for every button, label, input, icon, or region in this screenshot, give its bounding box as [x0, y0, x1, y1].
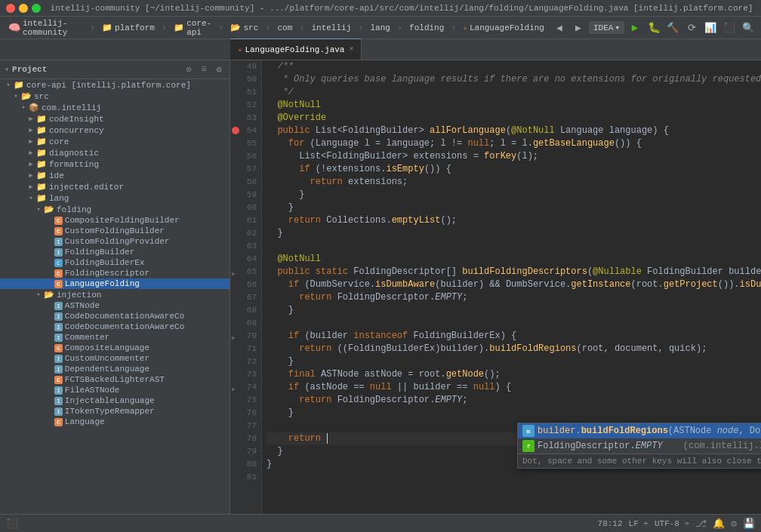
sidebar-item-language[interactable]: C Language	[0, 417, 230, 427]
tree-arrow-ide: ▶	[26, 171, 36, 180]
sidebar-item-composite-lang[interactable]: C CompositeLanguage	[0, 343, 230, 353]
folder-icon-ci: 📁	[36, 114, 47, 124]
autocomplete-popup[interactable]: m builder.buildFoldRegions(ASTNode node,…	[517, 423, 761, 469]
nav-lang[interactable]: lang	[366, 22, 393, 34]
git-status-icon[interactable]: ⎇	[695, 518, 707, 530]
sidebar-item-injection[interactable]: ▾ 📂 injection	[0, 289, 230, 300]
tree-arrow-fmt: ▶	[26, 160, 36, 168]
sidebar-item-folding-builder-ex[interactable]: C FoldingBuilderEx	[0, 257, 230, 268]
sidebar-item-injectable-lang[interactable]: I InjectableLanguage	[0, 395, 230, 406]
settings-status-icon[interactable]: ⚙	[731, 518, 737, 530]
sidebar-item-astnode[interactable]: I ASTNode	[0, 300, 230, 311]
src-icon-tree: 📂	[21, 91, 32, 101]
minimize-button[interactable]	[19, 4, 28, 13]
sidebar-item-ide[interactable]: ▶ 📁 ide	[0, 170, 230, 181]
search-everywhere-button[interactable]: 🔍	[740, 20, 756, 36]
nav-project[interactable]: 🧠 intellij-community	[5, 17, 87, 38]
tab-close-button[interactable]: ×	[349, 45, 353, 54]
tab-languagefolding[interactable]: ☕ LanguageFolding.java ×	[230, 38, 362, 60]
sidebar-item-custom-uncommenter[interactable]: I CustomUncommenter	[0, 353, 230, 364]
nav-core-api[interactable]: 📁 core-api	[170, 17, 215, 38]
notification-status-icon[interactable]: 🔔	[713, 518, 725, 530]
interface-icon-cu: I	[54, 355, 63, 363]
sidebar-item-custom-folding-builder[interactable]: C CustomFoldingBuilder	[0, 226, 230, 236]
build-button[interactable]: 🔨	[664, 20, 681, 36]
autocomplete-item-2[interactable]: f FoldingDescriptor.EMPTY (com.intellij.…	[518, 438, 761, 454]
sidebar-item-codeinsight[interactable]: ▶ 📁 codeInsight	[0, 113, 230, 125]
sidebar-item-commenter[interactable]: I Commenter	[0, 332, 230, 343]
nav-lang-label: lang	[370, 23, 390, 32]
code-area[interactable]: 49 50 51 52 53 54 55 56 57 58 59 60 61 6…	[230, 60, 761, 514]
nav-src-label: src	[243, 23, 258, 32]
nav-sep-5: ›	[299, 23, 304, 33]
nav-sep-3: ›	[218, 23, 223, 33]
sidebar-item-injected[interactable]: ▶ 📁 injected.editor	[0, 181, 230, 192]
nav-com[interactable]: com	[273, 22, 296, 34]
profile-button[interactable]: 📊	[702, 20, 719, 36]
sidebar-item-formatting[interactable]: ▶ 📁 formatting	[0, 158, 230, 170]
tab-label: LanguageFolding.java	[245, 45, 344, 54]
autocomplete-item-1[interactable]: m builder.buildFoldRegions(ASTNode node,…	[518, 423, 761, 438]
sidebar-expand-icon: ▾	[5, 65, 9, 74]
sidebar-item-com-intellij[interactable]: ▾ 📦 com.intellij	[0, 102, 230, 113]
sidebar: ▾ Project ⊙ ≡ ⚙ ▾ 📁 core-api [intellij.p…	[0, 60, 230, 514]
folder-icon-injection: 📂	[44, 290, 54, 300]
sidebar-item-composite-folding[interactable]: C CompositeFoldingBuilder	[0, 215, 230, 226]
sidebar-item-concurrency[interactable]: ▶ 📁 concurrency	[0, 125, 230, 136]
code-line-72: }	[267, 355, 761, 368]
nav-sep-4: ›	[265, 23, 270, 33]
terminal-status-icon[interactable]: ⬛	[6, 518, 18, 530]
sidebar-item-folding-builder[interactable]: I FoldingBuilder	[0, 247, 230, 257]
close-button[interactable]	[6, 4, 15, 13]
sidebar-item-root[interactable]: ▾ 📁 core-api [intellij.platform.core]	[0, 79, 230, 91]
nav-src[interactable]: 📂 src	[226, 21, 262, 35]
sidebar-item-code-doc-2[interactable]: I CodeDocumentationAwareCo	[0, 321, 230, 332]
sidebar-item-custom-folding-provider[interactable]: I CustomFoldingProvider	[0, 236, 230, 247]
sidebar-action-collapse[interactable]: ≡	[198, 63, 210, 75]
sidebar-item-folding[interactable]: ▾ 📂 folding	[0, 204, 230, 215]
code-editor: 49 50 51 52 53 54 55 56 57 58 59 60 61 6…	[230, 60, 761, 514]
maximize-button[interactable]	[32, 4, 41, 13]
line-separator[interactable]: LF ÷	[629, 519, 649, 528]
nav-sep-8: ›	[451, 23, 456, 33]
back-button[interactable]: ◀	[551, 20, 568, 36]
nav-languagefolding[interactable]: ☕ LanguageFolding	[460, 22, 548, 34]
sidebar-item-diagnostic[interactable]: ▶ 📁 diagnostic	[0, 147, 230, 158]
sidebar-item-inj-label: injected.editor	[49, 183, 124, 192]
file-encoding[interactable]: UTF-8 ÷	[655, 519, 689, 528]
nav-intellij[interactable]: intellij	[307, 22, 355, 34]
line-51: 51	[230, 86, 261, 99]
tabbar: ☕ LanguageFolding.java ×	[0, 39, 761, 60]
idea-selector[interactable]: IDEA ▾	[589, 21, 624, 34]
sidebar-item-language-folding[interactable]: C LanguageFolding	[0, 278, 230, 289]
sidebar-action-settings[interactable]: ⚙	[213, 63, 225, 75]
run-button[interactable]: ▶	[627, 20, 643, 36]
sidebar-item-src[interactable]: ▾ 📂 src	[0, 91, 230, 102]
sidebar-item-fileastnode[interactable]: I FileASTNode	[0, 385, 230, 395]
nav-platform[interactable]: 📁 platform	[98, 21, 159, 35]
nav-folding[interactable]: folding	[405, 22, 448, 34]
sidebar-item-code-doc-1[interactable]: I CodeDocumentationAwareCo	[0, 311, 230, 321]
sidebar-item-core[interactable]: ▶ 📁 core	[0, 136, 230, 147]
tree-arrow-src: ▾	[11, 92, 21, 100]
sidebar-item-lang[interactable]: ▾ 📁 lang	[0, 192, 230, 204]
code-line-49: /**	[267, 60, 761, 73]
terminal-button[interactable]: ⬛	[721, 20, 738, 36]
sidebar-item-il-label: InjectableLanguage	[65, 396, 155, 405]
sidebar-item-dependent-lang[interactable]: I DependentLanguage	[0, 364, 230, 374]
sidebar-item-fb-label: FoldingBuilder	[65, 248, 134, 257]
nav-core-api-label: core-api	[186, 19, 211, 37]
line-59: 59	[230, 189, 261, 201]
debug-button[interactable]: 🐛	[645, 20, 662, 36]
sidebar-item-fcts[interactable]: C FCTSBackedLighterAST	[0, 374, 230, 385]
sidebar-item-cfp-label: CustomFoldingProvider	[65, 237, 170, 246]
sidebar-item-folding-descriptor[interactable]: C FoldingDescriptor	[0, 268, 230, 278]
interface-icon-itr: I	[54, 407, 63, 416]
navbar: 🧠 intellij-community › 📁 platform › 📁 co…	[0, 17, 761, 39]
sync-button[interactable]: ⟳	[683, 20, 700, 36]
interface-icon-cm: I	[54, 334, 63, 342]
forward-button[interactable]: ▶	[570, 20, 587, 36]
sidebar-item-itoken[interactable]: I ITokenTypeRemapper	[0, 406, 230, 417]
sidebar-action-scope[interactable]: ⊙	[183, 63, 195, 75]
memory-status-icon[interactable]: 💾	[743, 518, 755, 530]
